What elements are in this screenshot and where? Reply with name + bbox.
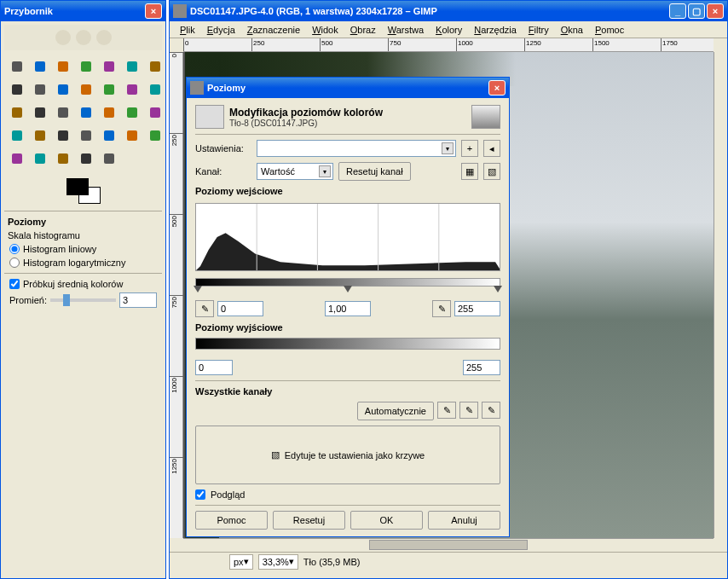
ok-button[interactable]: OK <box>350 511 423 530</box>
svg-rect-28 <box>12 153 22 164</box>
auto-button[interactable]: Automatycznie <box>357 402 434 420</box>
menu-obraz[interactable]: Obraz <box>345 23 381 37</box>
maximize-icon[interactable]: ▢ <box>688 3 705 19</box>
smudge-icon[interactable] <box>76 148 96 169</box>
menu-widok[interactable]: Widok <box>307 23 344 37</box>
histogram[interactable] <box>195 203 500 271</box>
toolbox-window: Przybornik × Poziomy Skala histogramu Hi… <box>0 0 166 579</box>
menu-zaznaczenie[interactable]: Zaznaczenie <box>242 23 305 37</box>
log-histogram-icon[interactable]: ▧ <box>483 163 500 180</box>
menu-okna[interactable]: Okna <box>556 23 588 37</box>
pick-black-icon[interactable]: ✎ <box>195 300 214 317</box>
sample-average-check[interactable] <box>9 279 20 289</box>
free-select-icon[interactable] <box>53 56 73 77</box>
rotate-icon[interactable] <box>7 102 27 123</box>
pick-white-icon[interactable]: ✎ <box>432 300 451 317</box>
toolbox-titlebar[interactable]: Przybornik × <box>1 1 165 21</box>
menu-plik[interactable]: Plik <box>175 23 200 37</box>
pick-white-all-icon[interactable]: ✎ <box>482 402 500 419</box>
svg-rect-5 <box>127 61 137 72</box>
pick-gray-all-icon[interactable]: ✎ <box>459 402 478 419</box>
ink-icon[interactable] <box>122 125 142 146</box>
menu-pomoc[interactable]: Pomoc <box>590 23 629 37</box>
fuzzy-select-icon[interactable] <box>76 56 96 77</box>
unit-combo[interactable]: px ▾ <box>229 554 253 570</box>
radius-slider[interactable] <box>50 298 116 302</box>
svg-rect-30 <box>58 153 68 164</box>
crop-icon[interactable] <box>145 79 165 100</box>
airbrush-icon[interactable] <box>99 125 119 146</box>
linear-histogram-icon[interactable]: ▦ <box>461 163 478 180</box>
perspective-icon[interactable] <box>76 102 96 123</box>
help-button[interactable]: Pomoc <box>195 511 268 530</box>
svg-rect-12 <box>127 84 137 95</box>
pencil-icon[interactable] <box>30 125 50 146</box>
zoom-combo[interactable]: 33,3% ▾ <box>258 554 298 570</box>
output-gradient[interactable] <box>195 338 500 350</box>
reset-button[interactable]: Resetuj <box>273 511 345 530</box>
close-icon[interactable]: × <box>488 80 506 96</box>
svg-rect-19 <box>127 107 137 118</box>
channel-combo[interactable]: Wartość▾ <box>257 163 333 180</box>
menu-edycja[interactable]: Edycja <box>202 23 240 37</box>
shear-icon[interactable] <box>53 102 73 123</box>
radio-log[interactable] <box>9 258 20 268</box>
cancel-button[interactable]: Anuluj <box>428 511 500 530</box>
ellipse-select-icon[interactable] <box>30 56 50 77</box>
menu-narzędzia[interactable]: Narzędzia <box>469 23 522 37</box>
image-titlebar[interactable]: DSC01147.JPG-4.0 (RGB, 1 warstwa) 2304x1… <box>170 1 727 21</box>
output-high-spin[interactable]: 255 <box>463 360 500 375</box>
svg-rect-0 <box>12 61 22 72</box>
move-icon[interactable] <box>99 79 119 100</box>
color-swatch[interactable] <box>66 178 101 204</box>
preset-menu-button[interactable]: ◂ <box>483 140 500 157</box>
blur-icon[interactable] <box>53 148 73 169</box>
radius-spin[interactable]: 3 <box>119 292 157 308</box>
radio-linear[interactable] <box>9 244 20 254</box>
menu-warstwa[interactable]: Warstwa <box>383 23 429 37</box>
eraser-icon[interactable] <box>76 125 96 146</box>
ruler-horizontal[interactable]: 02505007501000125015001750 <box>183 38 714 52</box>
blend-icon[interactable] <box>7 125 27 146</box>
rect-select-icon[interactable] <box>7 56 27 77</box>
align-icon[interactable] <box>122 79 142 100</box>
add-preset-button[interactable]: + <box>461 140 478 157</box>
zoom-icon[interactable] <box>53 79 73 100</box>
minimize-icon[interactable]: _ <box>669 3 686 19</box>
measure-icon[interactable] <box>76 79 96 100</box>
pick-black-all-icon[interactable]: ✎ <box>437 402 456 419</box>
input-low-spin[interactable]: 0 <box>217 301 263 316</box>
color-select-icon[interactable] <box>99 56 119 77</box>
input-high-spin[interactable]: 255 <box>454 301 500 316</box>
scissors-icon[interactable] <box>122 56 142 77</box>
input-gamma-spin[interactable]: 1,00 <box>325 301 371 316</box>
color-picker-icon[interactable] <box>30 79 50 100</box>
scrollbar-vertical[interactable] <box>714 52 727 538</box>
dodge-icon[interactable] <box>99 148 119 169</box>
paths-icon[interactable] <box>7 79 27 100</box>
text-icon[interactable] <box>122 102 142 123</box>
close-icon[interactable]: × <box>707 3 724 19</box>
settings-combo[interactable]: ▾ <box>257 140 456 157</box>
reset-channel-button[interactable]: Resetuj kanał <box>338 162 411 181</box>
menu-kolory[interactable]: Kolory <box>430 23 467 37</box>
svg-rect-6 <box>150 61 160 72</box>
levels-titlebar[interactable]: Poziomy × <box>187 78 509 98</box>
perspective-clone-icon[interactable] <box>30 148 50 169</box>
clone-icon[interactable] <box>145 125 165 146</box>
scale-icon[interactable] <box>30 102 50 123</box>
foreground-select-icon[interactable] <box>145 56 165 77</box>
ruler-vertical[interactable]: 025050075010001250 <box>170 52 183 538</box>
close-icon[interactable]: × <box>145 3 162 19</box>
menu-filtry[interactable]: Filtry <box>523 23 554 37</box>
paintbrush-icon[interactable] <box>53 125 73 146</box>
input-gradient[interactable] <box>195 278 500 287</box>
bucket-fill-icon[interactable] <box>145 102 165 123</box>
preview-check[interactable] <box>195 489 205 500</box>
svg-rect-3 <box>81 61 91 72</box>
flip-icon[interactable] <box>99 102 119 123</box>
heal-icon[interactable] <box>7 148 27 169</box>
scrollbar-horizontal[interactable] <box>183 538 714 552</box>
edit-as-curves-button[interactable]: ▧Edytuje te ustawienia jako krzywe <box>195 426 500 484</box>
output-low-spin[interactable]: 0 <box>195 360 233 375</box>
